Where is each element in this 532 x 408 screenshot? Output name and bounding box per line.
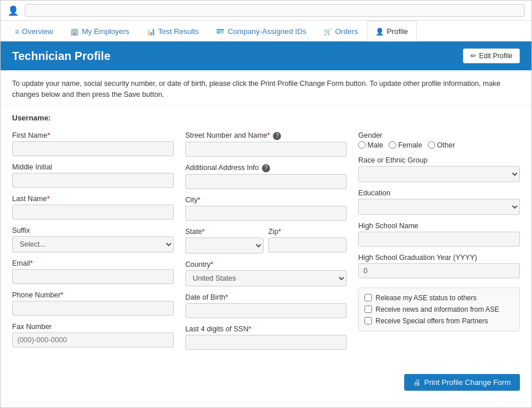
tab-employers-label: My Employers — [82, 27, 129, 36]
last-name-input[interactable] — [12, 205, 174, 220]
country-group: Country* United States Canada Mexico — [185, 260, 347, 286]
suffix-label: Suffix — [12, 226, 174, 235]
username-row: Username: — [12, 114, 520, 122]
url-input[interactable] — [25, 4, 525, 17]
education-group: Education High School Diploma GED Some C… — [358, 189, 520, 215]
gender-female-label: Female — [398, 141, 422, 149]
edit-icon: ✏ — [470, 52, 476, 60]
form-col-3: Gender Male Female — [358, 131, 520, 357]
username-label: Username: — [12, 114, 51, 122]
orders-icon: 🛒 — [324, 28, 332, 36]
edit-profile-button[interactable]: ✏ Edit Profile — [463, 48, 520, 63]
gender-other-radio[interactable] — [428, 141, 435, 149]
gender-male-radio[interactable] — [358, 141, 366, 149]
tab-orders[interactable]: 🛒 Orders — [315, 21, 367, 41]
dob-required: * — [225, 293, 228, 301]
race-label: Race or Ethnic Group — [358, 156, 520, 164]
suffix-select[interactable]: Select... Jr. Sr. II III IV — [12, 236, 174, 252]
phone-number-group: Phone Number* — [12, 291, 174, 316]
education-select[interactable]: High School Diploma GED Some College Ass… — [358, 199, 520, 215]
release-ase-status-checkbox[interactable] — [364, 294, 372, 301]
zip-input[interactable] — [268, 237, 347, 252]
dob-input[interactable] — [185, 303, 347, 318]
country-label: Country* — [185, 260, 347, 269]
employers-icon: 🏢 — [70, 28, 79, 36]
state-zip-row: State* ALAKAZCACO FLGAMINYTX — [185, 228, 347, 254]
hs-graduation-label: High School Graduation Year (YYYY) — [358, 254, 520, 262]
fax-number-label: Fax Number — [12, 323, 174, 331]
page-content: Technician Profile ✏ Edit Profile To upd… — [1, 41, 531, 399]
phone-number-label: Phone Number* — [12, 291, 174, 299]
tab-profile[interactable]: 👤 Profile — [367, 21, 417, 41]
ssn-group: Last 4 digits of SSN* — [185, 325, 347, 350]
country-select[interactable]: United States Canada Mexico — [185, 270, 347, 286]
gender-group: Gender Male Female — [358, 131, 520, 149]
gender-female[interactable]: Female — [389, 141, 422, 149]
phone-number-input[interactable] — [12, 301, 174, 316]
form-area: Username: First Name* Middle Initial — [1, 105, 531, 368]
first-name-required: * — [47, 131, 50, 139]
street-required: * — [267, 131, 270, 139]
middle-initial-label: Middle Initial — [12, 163, 174, 171]
edit-profile-label: Edit Profile — [479, 52, 512, 60]
print-profile-button[interactable]: 🖨 Print Profile Change Form — [404, 374, 520, 391]
tab-overview[interactable]: ≡ Overview — [6, 21, 62, 41]
receive-offers-item[interactable]: Receive Special offers from Partners — [364, 317, 514, 325]
tab-overview-label: Overview — [22, 27, 53, 36]
additional-address-input[interactable] — [185, 174, 347, 189]
email-group: Email* — [12, 259, 174, 284]
top-bar: 👤 — [1, 1, 531, 21]
city-group: City* — [185, 196, 347, 221]
info-text: To update your name, social security num… — [1, 70, 531, 105]
race-select[interactable]: Hispanic or Latino White Black or Africa… — [358, 166, 520, 182]
zip-required: * — [278, 228, 281, 236]
first-name-label: First Name* — [12, 131, 174, 139]
hs-graduation-input[interactable]: 0 — [358, 263, 520, 278]
receive-offers-label: Receive Special offers from Partners — [375, 317, 488, 325]
gender-female-radio[interactable] — [389, 141, 396, 149]
tab-test-results[interactable]: 📊 Test Results — [138, 21, 208, 41]
tab-company-ids[interactable]: 🪪 Company-Assigned IDs — [207, 21, 315, 41]
first-name-input[interactable] — [12, 141, 174, 156]
additional-address-info-icon[interactable]: ? — [262, 164, 270, 172]
tab-test-results-label: Test Results — [158, 27, 199, 36]
education-label: Education — [358, 189, 520, 197]
street-input[interactable] — [185, 142, 347, 157]
tab-profile-label: Profile — [387, 27, 408, 36]
middle-initial-input[interactable] — [12, 173, 174, 188]
form-grid: First Name* Middle Initial Last Name* — [12, 131, 520, 357]
tab-my-employers[interactable]: 🏢 My Employers — [62, 21, 138, 41]
street-group: Street Number and Name* ? — [185, 131, 347, 157]
last-name-required: * — [47, 195, 50, 203]
state-zip-group: State* ALAKAZCACO FLGAMINYTX — [185, 228, 347, 254]
release-ase-status-item[interactable]: Release my ASE status to others — [364, 294, 514, 302]
hs-name-input[interactable] — [358, 232, 520, 247]
tab-orders-label: Orders — [335, 27, 358, 36]
city-required: * — [197, 196, 200, 204]
gender-label: Gender — [358, 131, 520, 139]
state-subgroup: State* ALAKAZCACO FLGAMINYTX — [185, 228, 264, 254]
ssn-input[interactable] — [185, 335, 347, 350]
suffix-group: Suffix Select... Jr. Sr. II III IV — [12, 226, 174, 252]
receive-news-item[interactable]: Receive news and information from ASE — [364, 305, 514, 313]
gender-other[interactable]: Other — [428, 141, 455, 149]
dob-group: Date of Birth* — [185, 293, 347, 318]
form-col-1: First Name* Middle Initial Last Name* — [12, 131, 174, 357]
fax-number-input[interactable] — [12, 333, 174, 347]
receive-offers-checkbox[interactable] — [364, 317, 372, 324]
city-input[interactable] — [185, 206, 347, 221]
email-input[interactable] — [12, 269, 174, 284]
ssn-label: Last 4 digits of SSN* — [185, 325, 347, 333]
user-icon: 👤 — [7, 5, 19, 16]
receive-news-checkbox[interactable] — [364, 305, 372, 313]
state-select[interactable]: ALAKAZCACO FLGAMINYTX — [185, 237, 264, 254]
hs-name-label: High School Name — [358, 222, 520, 230]
hs-name-group: High School Name — [358, 222, 520, 247]
first-name-group: First Name* — [12, 131, 174, 156]
receive-news-label: Receive news and information from ASE — [375, 305, 499, 313]
gender-male[interactable]: Male — [358, 141, 383, 149]
test-results-icon: 📊 — [147, 28, 155, 36]
street-info-icon[interactable]: ? — [273, 132, 281, 140]
release-ase-status-label: Release my ASE status to others — [375, 294, 476, 302]
gender-other-label: Other — [437, 141, 455, 149]
